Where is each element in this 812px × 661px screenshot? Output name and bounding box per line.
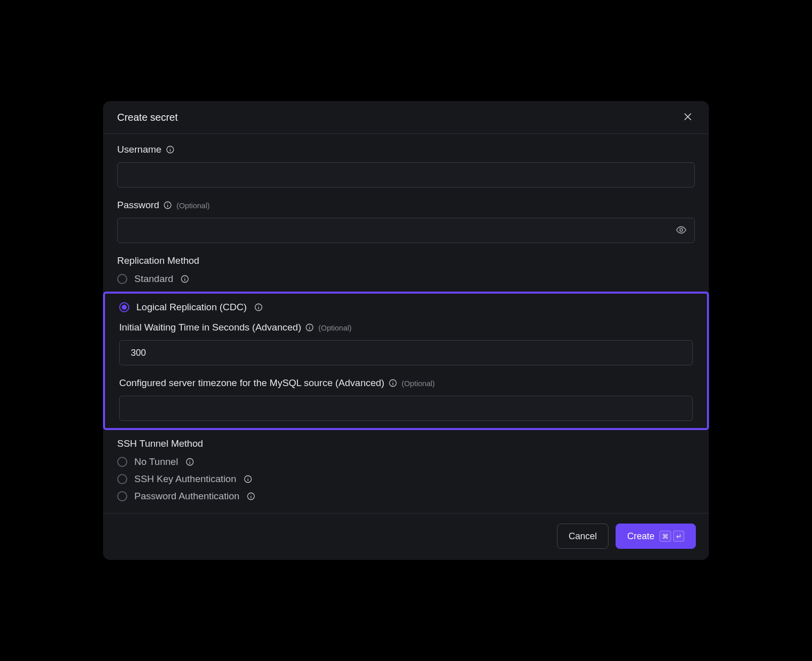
modal-title: Create secret xyxy=(117,112,178,123)
ssh-option-key-auth[interactable]: SSH Key Authentication xyxy=(117,474,695,485)
eye-icon xyxy=(676,224,687,237)
timezone-label-row: Configured server timezone for the MySQL… xyxy=(119,377,693,389)
info-icon[interactable] xyxy=(305,323,314,332)
info-icon[interactable] xyxy=(166,145,175,154)
timezone-label: Configured server timezone for the MySQL… xyxy=(119,377,384,389)
info-icon[interactable] xyxy=(163,201,172,210)
replication-option-label: Logical Replication (CDC) xyxy=(136,302,247,313)
modal-footer: Cancel Create ⌘ ↵ xyxy=(103,513,709,560)
timezone-field: Configured server timezone for the MySQL… xyxy=(119,377,693,421)
initial-wait-field: Initial Waiting Time in Seconds (Advance… xyxy=(119,322,693,365)
radio-icon xyxy=(119,302,129,312)
info-icon[interactable] xyxy=(180,274,189,284)
username-field: Username xyxy=(117,144,695,187)
modal-header: Create secret xyxy=(103,101,709,134)
replication-option-label: Standard xyxy=(134,273,173,285)
kbd-enter-icon: ↵ xyxy=(673,531,684,542)
password-optional: (Optional) xyxy=(176,201,210,210)
initial-wait-input[interactable] xyxy=(119,340,693,365)
svg-point-14 xyxy=(258,305,259,306)
password-input-wrap xyxy=(117,218,695,243)
svg-point-11 xyxy=(185,277,185,277)
ssh-option-label: No Tunnel xyxy=(134,456,178,467)
info-icon[interactable] xyxy=(254,303,263,312)
username-label: Username xyxy=(117,144,162,155)
password-label: Password xyxy=(117,200,159,211)
cancel-button-label: Cancel xyxy=(569,531,597,542)
create-secret-modal: Create secret Username Password xyxy=(103,101,709,560)
toggle-password-visibility[interactable] xyxy=(675,224,688,237)
radio-icon xyxy=(117,491,127,501)
info-icon[interactable] xyxy=(246,492,256,501)
username-input[interactable] xyxy=(117,162,695,187)
timezone-input[interactable] xyxy=(119,396,693,421)
info-icon[interactable] xyxy=(185,457,194,466)
svg-point-26 xyxy=(247,477,248,478)
replication-title: Replication Method xyxy=(117,255,695,266)
close-button[interactable] xyxy=(681,110,695,124)
close-icon xyxy=(683,112,693,123)
password-label-row: Password (Optional) xyxy=(117,200,695,211)
ssh-option-label: SSH Key Authentication xyxy=(134,474,236,485)
cancel-button[interactable]: Cancel xyxy=(557,524,608,549)
password-input[interactable] xyxy=(117,218,695,243)
svg-point-20 xyxy=(393,381,393,382)
radio-icon xyxy=(117,474,127,484)
ssh-option-no-tunnel[interactable]: No Tunnel xyxy=(117,456,695,467)
modal-body: Username Password (Optional) xyxy=(103,134,709,513)
radio-icon xyxy=(117,274,127,284)
initial-wait-optional: (Optional) xyxy=(318,323,351,332)
ssh-section: SSH Tunnel Method No Tunnel SSH Key Auth… xyxy=(117,438,695,502)
ssh-option-password-auth[interactable]: Password Authentication xyxy=(117,491,695,502)
svg-point-17 xyxy=(310,325,310,326)
radio-icon xyxy=(117,457,127,467)
username-label-row: Username xyxy=(117,144,695,155)
replication-option-standard[interactable]: Standard xyxy=(117,273,695,285)
initial-wait-label-row: Initial Waiting Time in Seconds (Advance… xyxy=(119,322,693,333)
ssh-option-label: Password Authentication xyxy=(134,491,239,502)
svg-point-8 xyxy=(680,228,683,231)
password-field: Password (Optional) xyxy=(117,200,695,243)
create-button[interactable]: Create ⌘ ↵ xyxy=(616,524,696,549)
keyboard-shortcut: ⌘ ↵ xyxy=(659,531,684,542)
ssh-title: SSH Tunnel Method xyxy=(117,438,695,449)
info-icon[interactable] xyxy=(243,475,252,484)
svg-point-4 xyxy=(170,148,170,148)
svg-point-7 xyxy=(168,203,168,204)
create-button-label: Create xyxy=(627,531,654,542)
svg-point-23 xyxy=(189,460,190,460)
info-icon[interactable] xyxy=(388,379,397,388)
replication-option-cdc[interactable]: Logical Replication (CDC) xyxy=(119,302,693,313)
kbd-command-icon: ⌘ xyxy=(659,531,671,542)
timezone-optional: (Optional) xyxy=(401,379,435,388)
cdc-highlight-box: Logical Replication (CDC) Initial Waitin… xyxy=(103,292,709,430)
replication-section: Replication Method Standard xyxy=(117,255,695,285)
initial-wait-label: Initial Waiting Time in Seconds (Advance… xyxy=(119,322,301,333)
svg-point-29 xyxy=(250,494,251,495)
